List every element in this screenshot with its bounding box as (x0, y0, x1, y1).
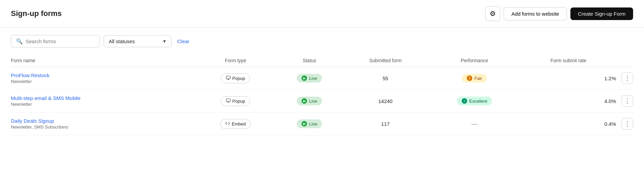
submit-rate: 1.2% (521, 67, 616, 90)
table-row: ProFlow Restock Newsletter Popup ▶ Live … (11, 67, 633, 90)
type-badge: Popup (221, 73, 250, 83)
type-icon (226, 98, 231, 104)
form-sub: Newsletter (11, 102, 32, 107)
form-name-link[interactable]: Daily Deals Signup (11, 118, 195, 124)
form-sub: Newsletter, SMS Subscribers (11, 124, 68, 130)
svg-rect-0 (226, 76, 230, 79)
performance-dash: — (428, 120, 521, 128)
more-actions-button[interactable]: ⋮ (622, 95, 633, 107)
submit-rate: 0.4% (521, 113, 616, 135)
live-dot-icon: ▶ (302, 121, 307, 126)
more-actions-button[interactable]: ⋮ (622, 118, 633, 130)
form-name-link[interactable]: ProFlow Restock (11, 72, 195, 78)
create-signup-form-button[interactable]: Create Sign-up Form (570, 7, 633, 20)
col-performance: Performance (428, 54, 521, 67)
performance-badge: ! Fair (462, 74, 487, 83)
live-dot-icon: ▶ (302, 98, 307, 104)
table-row: Multi-step email & SMS Mobile Newsletter… (11, 90, 633, 113)
col-actions (616, 54, 633, 67)
clear-button[interactable]: Clear (176, 38, 191, 45)
gear-button[interactable]: ⚙ (485, 6, 500, 21)
svg-rect-3 (226, 99, 230, 101)
col-submit-rate: Form submit rate (521, 54, 616, 67)
col-submitted: Submitted form (343, 54, 428, 67)
forms-table-section: Form name Form type Status Submitted for… (0, 51, 644, 135)
form-name-link[interactable]: Multi-step email & SMS Mobile (11, 95, 195, 101)
status-select[interactable]: All statuses ▼ (104, 35, 172, 47)
search-icon: 🔍 (16, 38, 23, 45)
table-body: ProFlow Restock Newsletter Popup ▶ Live … (11, 67, 633, 135)
performance-badge: ✓ Excellent (457, 97, 492, 105)
type-badge: Popup (221, 96, 250, 106)
col-form-name: Form name (11, 54, 195, 67)
search-wrapper: 🔍 (11, 35, 99, 48)
toolbar: 🔍 All statuses ▼ Clear (0, 28, 644, 51)
status-badge: ▶ Live (297, 74, 322, 83)
col-status: Status (276, 54, 342, 67)
page-header: Sign-up forms ⚙ Add forms to website Cre… (0, 0, 644, 28)
submitted-count: 14240 (343, 90, 428, 113)
submitted-count: 55 (343, 67, 428, 90)
add-forms-button[interactable]: Add forms to website (504, 7, 567, 20)
type-icon (226, 75, 231, 81)
fair-icon: ! (467, 75, 472, 81)
page-title: Sign-up forms (11, 9, 481, 18)
excellent-icon: ✓ (462, 98, 467, 104)
status-select-label: All statuses (109, 38, 135, 44)
header-actions: ⚙ Add forms to website Create Sign-up Fo… (485, 6, 633, 21)
play-icon: ▶ (303, 122, 306, 125)
form-sub: Newsletter (11, 79, 32, 84)
type-icon (225, 121, 230, 127)
col-form-type: Form type (195, 54, 276, 67)
type-badge: Embed (220, 119, 251, 129)
play-icon: ▶ (303, 99, 306, 103)
chevron-down-icon: ▼ (162, 39, 167, 44)
submit-rate: 4.0% (521, 90, 616, 113)
submitted-count: 117 (343, 113, 428, 135)
search-input[interactable] (26, 38, 94, 44)
live-dot-icon: ▶ (302, 75, 307, 81)
play-icon: ▶ (303, 76, 306, 80)
forms-table: Form name Form type Status Submitted for… (11, 54, 633, 135)
status-badge: ▶ Live (297, 119, 322, 128)
status-badge: ▶ Live (297, 97, 322, 105)
more-actions-button[interactable]: ⋮ (622, 72, 633, 84)
table-row: Daily Deals Signup Newsletter, SMS Subsc… (11, 113, 633, 135)
table-header: Form name Form type Status Submitted for… (11, 54, 633, 67)
gear-icon: ⚙ (490, 10, 496, 18)
